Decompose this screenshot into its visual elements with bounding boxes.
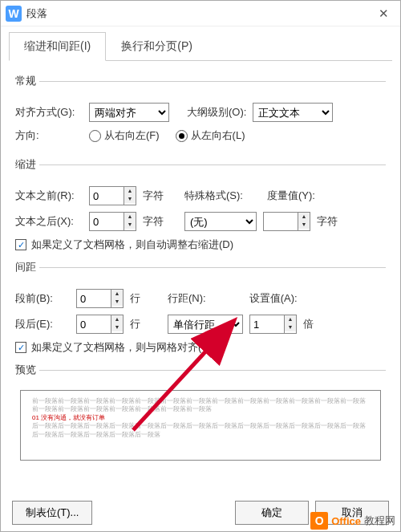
spin-up-icon: ▲ xyxy=(298,213,310,221)
space-before-spinner[interactable]: ▲▼ xyxy=(76,289,124,308)
line-spacing-select[interactable]: 单倍行距 xyxy=(168,315,243,334)
indent-after-spinner[interactable]: ▲▼ xyxy=(89,212,136,231)
space-before-label: 段前(B): xyxy=(15,291,70,306)
outline-label: 大纲级别(O): xyxy=(187,105,246,120)
special-format-select[interactable]: (无) xyxy=(184,212,257,231)
alignment-select[interactable]: 两端对齐 xyxy=(89,103,169,122)
indent-grid-checkbox[interactable]: ✓ 如果定义了文档网格，则自动调整右缩进(D) xyxy=(15,238,386,252)
dialog-window: W 段落 ✕ 缩进和间距(I) 换行和分页(P) 常规 对齐方式(G): 两端对… xyxy=(0,0,401,532)
indent-group: 缩进 文本之前(R): ▲▼ 字符 特殊格式(S): 度量值(Y): 文本之后(… xyxy=(15,157,386,252)
indent-before-label: 文本之前(R): xyxy=(15,189,83,203)
checkbox-icon: ✓ xyxy=(15,342,26,353)
ok-button[interactable]: 确定 xyxy=(235,501,309,525)
general-group: 常规 对齐方式(G): 两端对齐 大纲级别(O): 正文文本 方向: 从右向左(… xyxy=(15,74,386,149)
tab-indent-spacing[interactable]: 缩进和间距(I) xyxy=(9,32,106,61)
preview-legend: 预览 xyxy=(15,363,39,377)
tab-stops-button[interactable]: 制表位(T)... xyxy=(12,501,92,525)
special-format-label: 特殊格式(S): xyxy=(184,189,243,203)
set-value-label: 设置值(A): xyxy=(249,291,298,306)
set-value-spinner[interactable]: ▲▼ xyxy=(249,315,297,334)
spin-down-icon: ▼ xyxy=(298,221,310,229)
titlebar: W 段落 ✕ xyxy=(1,1,400,26)
spacing-group: 间距 段前(B): ▲▼ 行 行距(N): 设置值(A): 段后(E): ▲▼ … xyxy=(15,260,386,355)
direction-rtl-radio[interactable]: 从右向左(F) xyxy=(89,128,160,143)
spacing-grid-checkbox[interactable]: ✓ 如果定义了文档网格，则与网格对齐(W) xyxy=(15,340,386,355)
general-legend: 常规 xyxy=(15,74,39,88)
radio-icon xyxy=(176,130,188,142)
indent-legend: 缩进 xyxy=(15,157,39,172)
alignment-label: 对齐方式(G): xyxy=(15,105,83,120)
spin-up-icon: ▲ xyxy=(124,187,136,195)
spin-down-icon: ▼ xyxy=(111,323,123,331)
spacing-legend: 间距 xyxy=(15,260,39,274)
office-logo-icon: O xyxy=(310,512,328,530)
preview-group: 预览 前一段落前一段落前一段落前一段落前一段落前一段落前一段落前一段落前一段落前… xyxy=(15,363,386,461)
space-after-label: 段后(E): xyxy=(15,317,70,331)
preview-box: 前一段落前一段落前一段落前一段落前一段落前一段落前一段落前一段落前一段落前一段落… xyxy=(20,390,381,461)
content-pane: 常规 对齐方式(G): 两端对齐 大纲级别(O): 正文文本 方向: 从右向左(… xyxy=(1,61,400,477)
measure-label: 度量值(Y): xyxy=(267,189,315,203)
indent-after-label: 文本之后(X): xyxy=(15,214,83,229)
measure-spinner[interactable]: ▲▼ xyxy=(263,212,310,231)
close-button[interactable]: ✕ xyxy=(372,6,395,21)
app-icon: W xyxy=(6,6,22,22)
window-title: 段落 xyxy=(26,6,372,21)
checkbox-icon: ✓ xyxy=(15,239,26,250)
spin-up-icon: ▲ xyxy=(124,213,136,221)
direction-ltr-radio[interactable]: 从左向右(L) xyxy=(176,128,245,143)
space-after-spinner[interactable]: ▲▼ xyxy=(76,315,124,334)
tab-bar: 缩进和间距(I) 换行和分页(P) xyxy=(9,31,392,61)
spin-up-icon: ▲ xyxy=(111,290,123,298)
spin-down-icon: ▼ xyxy=(124,195,136,203)
spin-down-icon: ▼ xyxy=(111,298,123,306)
spin-down-icon: ▼ xyxy=(285,323,296,331)
indent-before-spinner[interactable]: ▲▼ xyxy=(89,186,136,205)
spin-up-icon: ▲ xyxy=(285,315,296,323)
watermark: O Office教程网 xyxy=(310,512,395,530)
spin-up-icon: ▲ xyxy=(111,315,123,323)
direction-label: 方向: xyxy=(15,128,83,143)
line-spacing-label: 行距(N): xyxy=(168,291,206,306)
radio-icon xyxy=(89,130,101,142)
outline-select[interactable]: 正文文本 xyxy=(253,103,333,122)
tab-line-page-break[interactable]: 换行和分页(P) xyxy=(106,32,208,61)
spin-down-icon: ▼ xyxy=(124,221,136,229)
